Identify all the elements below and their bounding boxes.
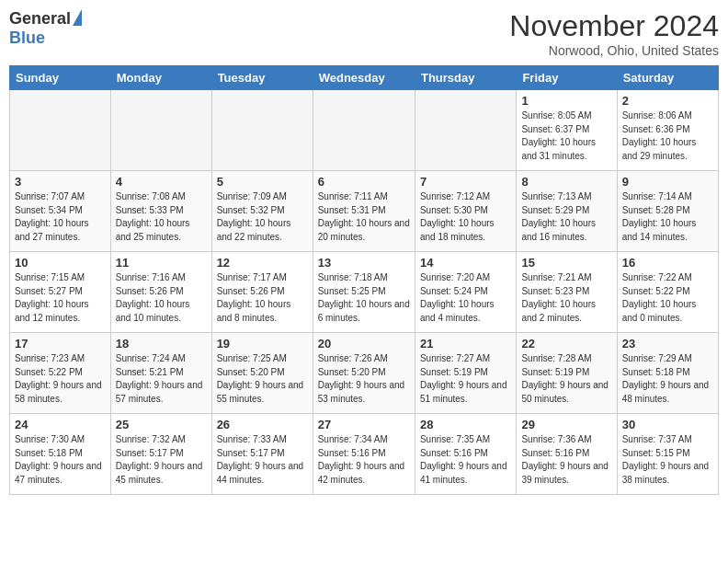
day-number: 25: [116, 418, 207, 431]
day-info: Sunrise: 7:36 AMSunset: 5:16 PMDaylight:…: [521, 433, 611, 487]
calendar-cell: 10Sunrise: 7:15 AMSunset: 5:27 PMDayligh…: [10, 252, 111, 333]
calendar-cell: 8Sunrise: 7:13 AMSunset: 5:29 PMDaylight…: [517, 171, 617, 252]
day-info: Sunrise: 7:22 AMSunset: 5:22 PMDaylight:…: [622, 271, 713, 325]
day-number: 9: [622, 175, 713, 189]
day-number: 12: [217, 256, 308, 270]
calendar-header-monday: Monday: [110, 66, 211, 90]
day-info: Sunrise: 7:11 AMSunset: 5:31 PMDaylight:…: [318, 190, 410, 244]
day-number: 22: [521, 337, 611, 350]
day-number: 10: [15, 256, 106, 270]
calendar-cell: 30Sunrise: 7:37 AMSunset: 5:15 PMDayligh…: [617, 414, 718, 495]
day-info: Sunrise: 7:21 AMSunset: 5:23 PMDaylight:…: [521, 271, 611, 325]
day-info: Sunrise: 7:20 AMSunset: 5:24 PMDaylight:…: [420, 271, 511, 325]
calendar-cell: 4Sunrise: 7:08 AMSunset: 5:33 PMDaylight…: [110, 171, 211, 252]
day-number: 28: [420, 418, 511, 431]
day-info: Sunrise: 7:28 AMSunset: 5:19 PMDaylight:…: [521, 352, 611, 406]
calendar-cell: 26Sunrise: 7:33 AMSunset: 5:17 PMDayligh…: [211, 414, 313, 495]
day-info: Sunrise: 7:26 AMSunset: 5:20 PMDaylight:…: [318, 352, 410, 406]
day-info: Sunrise: 7:07 AMSunset: 5:34 PMDaylight:…: [15, 190, 106, 244]
day-info: Sunrise: 7:23 AMSunset: 5:22 PMDaylight:…: [15, 352, 106, 406]
calendar-header-row: SundayMondayTuesdayWednesdayThursdayFrid…: [10, 66, 719, 90]
page: General Blue November 2024 Norwood, Ohio…: [0, 0, 728, 504]
calendar-cell: 27Sunrise: 7:34 AMSunset: 5:16 PMDayligh…: [313, 414, 415, 495]
calendar-cell: 16Sunrise: 7:22 AMSunset: 5:22 PMDayligh…: [617, 252, 718, 333]
day-info: Sunrise: 7:37 AMSunset: 5:15 PMDaylight:…: [622, 433, 713, 487]
day-number: 30: [622, 418, 713, 431]
calendar-cell: [211, 90, 313, 171]
day-info: Sunrise: 7:16 AMSunset: 5:26 PMDaylight:…: [116, 271, 207, 325]
calendar-cell: 22Sunrise: 7:28 AMSunset: 5:19 PMDayligh…: [517, 333, 617, 414]
calendar-cell: 17Sunrise: 7:23 AMSunset: 5:22 PMDayligh…: [10, 333, 111, 414]
day-info: Sunrise: 8:05 AMSunset: 6:37 PMDaylight:…: [521, 109, 611, 163]
day-info: Sunrise: 7:14 AMSunset: 5:28 PMDaylight:…: [622, 190, 713, 244]
day-number: 16: [622, 256, 713, 270]
day-number: 15: [521, 256, 611, 270]
calendar-cell: 6Sunrise: 7:11 AMSunset: 5:31 PMDaylight…: [313, 171, 415, 252]
title-block: November 2024 Norwood, Ohio, United Stat…: [509, 9, 719, 58]
calendar-cell: 2Sunrise: 8:06 AMSunset: 6:36 PMDaylight…: [617, 90, 718, 171]
calendar-cell: 13Sunrise: 7:18 AMSunset: 5:25 PMDayligh…: [313, 252, 415, 333]
day-number: 11: [116, 256, 207, 270]
calendar-week-row: 24Sunrise: 7:30 AMSunset: 5:18 PMDayligh…: [10, 414, 719, 495]
calendar-cell: 19Sunrise: 7:25 AMSunset: 5:20 PMDayligh…: [211, 333, 313, 414]
calendar-cell: [10, 90, 111, 171]
calendar-table: SundayMondayTuesdayWednesdayThursdayFrid…: [9, 65, 719, 495]
calendar-cell: 5Sunrise: 7:09 AMSunset: 5:32 PMDaylight…: [211, 171, 313, 252]
logo-blue: Blue: [9, 29, 45, 48]
calendar-cell: 24Sunrise: 7:30 AMSunset: 5:18 PMDayligh…: [10, 414, 111, 495]
calendar-cell: 11Sunrise: 7:16 AMSunset: 5:26 PMDayligh…: [110, 252, 211, 333]
calendar-cell: 25Sunrise: 7:32 AMSunset: 5:17 PMDayligh…: [110, 414, 211, 495]
day-number: 14: [420, 256, 511, 270]
calendar-week-row: 17Sunrise: 7:23 AMSunset: 5:22 PMDayligh…: [10, 333, 719, 414]
day-info: Sunrise: 7:34 AMSunset: 5:16 PMDaylight:…: [318, 433, 410, 487]
calendar-cell: 20Sunrise: 7:26 AMSunset: 5:20 PMDayligh…: [313, 333, 415, 414]
day-number: 6: [318, 175, 410, 189]
day-info: Sunrise: 7:33 AMSunset: 5:17 PMDaylight:…: [217, 433, 308, 487]
calendar-week-row: 3Sunrise: 7:07 AMSunset: 5:34 PMDaylight…: [10, 171, 719, 252]
day-info: Sunrise: 7:17 AMSunset: 5:26 PMDaylight:…: [217, 271, 308, 325]
day-number: 17: [15, 337, 106, 350]
calendar-cell: 1Sunrise: 8:05 AMSunset: 6:37 PMDaylight…: [517, 90, 617, 171]
calendar-week-row: 10Sunrise: 7:15 AMSunset: 5:27 PMDayligh…: [10, 252, 719, 333]
day-info: Sunrise: 7:32 AMSunset: 5:17 PMDaylight:…: [116, 433, 207, 487]
day-info: Sunrise: 7:18 AMSunset: 5:25 PMDaylight:…: [318, 271, 410, 325]
day-number: 23: [622, 337, 713, 350]
day-info: Sunrise: 7:27 AMSunset: 5:19 PMDaylight:…: [420, 352, 511, 406]
day-info: Sunrise: 7:12 AMSunset: 5:30 PMDaylight:…: [420, 190, 511, 244]
day-number: 1: [521, 94, 611, 108]
day-number: 26: [217, 418, 308, 431]
day-number: 7: [420, 175, 511, 189]
logo-triangle-icon: [73, 9, 82, 26]
location: Norwood, Ohio, United States: [509, 43, 719, 58]
calendar-header-thursday: Thursday: [415, 66, 516, 90]
day-number: 20: [318, 337, 410, 350]
day-info: Sunrise: 7:29 AMSunset: 5:18 PMDaylight:…: [622, 352, 713, 406]
day-info: Sunrise: 7:24 AMSunset: 5:21 PMDaylight:…: [116, 352, 207, 406]
calendar-header-saturday: Saturday: [617, 66, 718, 90]
header: General Blue November 2024 Norwood, Ohio…: [9, 9, 719, 58]
calendar-header-friday: Friday: [517, 66, 617, 90]
calendar-cell: 9Sunrise: 7:14 AMSunset: 5:28 PMDaylight…: [617, 171, 718, 252]
logo-general: General: [9, 9, 71, 29]
day-number: 29: [521, 418, 611, 431]
calendar-cell: 7Sunrise: 7:12 AMSunset: 5:30 PMDaylight…: [415, 171, 516, 252]
calendar-cell: 18Sunrise: 7:24 AMSunset: 5:21 PMDayligh…: [110, 333, 211, 414]
calendar-week-row: 1Sunrise: 8:05 AMSunset: 6:37 PMDaylight…: [10, 90, 719, 171]
calendar-cell: [415, 90, 516, 171]
calendar-cell: [110, 90, 211, 171]
calendar-cell: 15Sunrise: 7:21 AMSunset: 5:23 PMDayligh…: [517, 252, 617, 333]
day-number: 24: [15, 418, 106, 431]
day-info: Sunrise: 7:09 AMSunset: 5:32 PMDaylight:…: [217, 190, 308, 244]
day-number: 5: [217, 175, 308, 189]
day-number: 4: [116, 175, 207, 189]
day-info: Sunrise: 7:13 AMSunset: 5:29 PMDaylight:…: [521, 190, 611, 244]
day-number: 2: [622, 94, 713, 108]
month-title: November 2024: [509, 9, 719, 43]
day-number: 27: [318, 418, 410, 431]
calendar-cell: 23Sunrise: 7:29 AMSunset: 5:18 PMDayligh…: [617, 333, 718, 414]
calendar-cell: 3Sunrise: 7:07 AMSunset: 5:34 PMDaylight…: [10, 171, 111, 252]
logo: General Blue: [9, 9, 82, 48]
calendar-cell: [313, 90, 415, 171]
calendar-header-tuesday: Tuesday: [211, 66, 313, 90]
day-number: 13: [318, 256, 410, 270]
